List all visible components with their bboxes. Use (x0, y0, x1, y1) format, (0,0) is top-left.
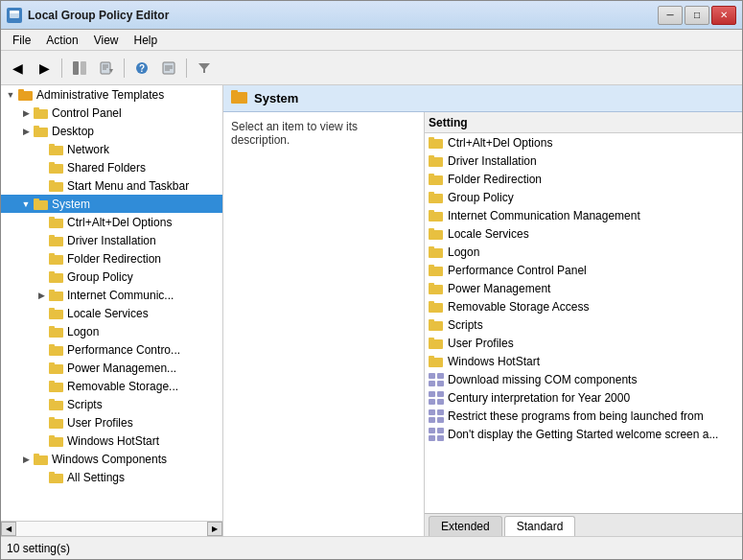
tree-hscrollbar[interactable]: ◀ ▶ (1, 521, 222, 536)
tree-item-logon[interactable]: ▶ Logon (1, 322, 222, 340)
tree-item-start-menu[interactable]: ▶ Start Menu and Taskbar (1, 176, 222, 195)
tree-item-scripts[interactable]: ▶ Scripts (1, 395, 222, 413)
tree-item-internet-comm[interactable]: ▶ Internet Communic... (1, 286, 222, 304)
show-console-button[interactable] (67, 56, 92, 81)
status-bar: 10 setting(s) (1, 536, 742, 559)
tree-item-group-policy[interactable]: ▶ Group Policy (1, 268, 222, 286)
settings-item-century-2000[interactable]: Century interpretation for Year 2000 (425, 388, 742, 407)
main-window: Local Group Policy Editor ─ □ ✕ FileActi… (0, 0, 743, 560)
settings-item-dont-display[interactable]: Don't display the Getting Started welcom… (425, 425, 742, 443)
svg-rect-24 (49, 164, 63, 174)
tree-item-system[interactable]: ▼ System (1, 195, 222, 213)
filter-button[interactable] (192, 56, 217, 81)
settings-label-folder-redirection: Folder Redirection (448, 173, 542, 186)
tree-panel: ▼ Administrative Templates ▶ Control Pan… (1, 85, 223, 536)
svg-rect-57 (34, 454, 39, 456)
tree-item-removable-storage[interactable]: ▶ Removable Storage... (1, 377, 222, 395)
tree-item-perf-control[interactable]: ▶ Performance Contro... (1, 340, 222, 359)
settings-label-user-profiles: User Profiles (448, 337, 514, 350)
svg-rect-98 (429, 417, 435, 423)
settings-item-removable-storage[interactable]: Removable Storage Access (425, 297, 742, 315)
menu-item-file[interactable]: File (5, 32, 38, 49)
help-button[interactable]: ? (129, 56, 154, 81)
svg-rect-59 (49, 472, 55, 475)
svg-rect-61 (231, 90, 238, 94)
svg-rect-47 (49, 362, 55, 365)
tree-item-shared-folders[interactable]: ▶ Shared Folders (1, 158, 222, 176)
svg-rect-40 (49, 310, 63, 319)
settings-item-logon[interactable]: Logon (425, 243, 742, 261)
expander-internet-comm: ▶ (34, 288, 49, 303)
hscroll-left[interactable]: ◀ (1, 522, 16, 536)
settings-item-internet-comm[interactable]: Internet Communication Management (425, 206, 742, 224)
svg-rect-55 (49, 435, 55, 438)
close-button[interactable]: ✕ (711, 6, 736, 25)
tree-item-admin-templates[interactable]: ▼ Administrative Templates (1, 85, 222, 104)
settings-list[interactable]: Ctrl+Alt+Del Options Driver Installation (425, 133, 742, 513)
minimize-button[interactable]: ─ (658, 6, 683, 25)
tree-item-folder-redirect[interactable]: ▶ Folder Redirection (1, 249, 222, 268)
menu-item-help[interactable]: Help (127, 32, 166, 49)
settings-item-group-policy[interactable]: Group Policy (425, 188, 742, 206)
settings-item-download-com[interactable]: Download missing COM components (425, 370, 742, 388)
settings-item-driver-installation[interactable]: Driver Installation (425, 152, 742, 170)
hscroll-right[interactable]: ▶ (207, 522, 222, 536)
svg-rect-18 (34, 109, 48, 119)
menu-item-view[interactable]: View (86, 32, 127, 49)
settings-item-power-management[interactable]: Power Management (425, 279, 742, 297)
settings-list-header: Setting (425, 112, 742, 133)
tree-item-windows-hotstart[interactable]: ▶ Windows HotStart (1, 432, 222, 450)
tree-item-control-panel[interactable]: ▶ Control Panel (1, 104, 222, 122)
settings-label-century-2000: Century interpretation for Year 2000 (448, 391, 630, 405)
tree-item-all-settings[interactable]: ▶ All Settings (1, 468, 222, 486)
svg-rect-69 (429, 192, 434, 195)
settings-panel: Setting Ctrl+Alt+Del Options (425, 112, 742, 536)
hscroll-track[interactable] (16, 522, 207, 536)
settings-item-scripts[interactable]: Scripts (425, 315, 742, 334)
svg-rect-86 (429, 358, 443, 367)
export-list-button[interactable] (94, 56, 119, 81)
svg-rect-74 (429, 248, 443, 258)
svg-rect-31 (49, 217, 55, 220)
tree-item-windows-components[interactable]: ▶ Windows Components (1, 450, 222, 468)
back-button[interactable]: ◀ (5, 56, 30, 81)
main-content: ▼ Administrative Templates ▶ Control Pan… (1, 85, 742, 536)
tab-bar: Extended Standard (425, 513, 742, 536)
settings-item-restrict-programs[interactable]: Restrict these programs from being launc… (425, 407, 742, 425)
tree-item-locale-services[interactable]: ▶ Locale Services (1, 304, 222, 322)
settings-item-folder-redirection[interactable]: Folder Redirection (425, 170, 742, 188)
expander-desktop: ▶ (18, 124, 34, 139)
svg-rect-66 (429, 175, 443, 185)
settings-label-internet-comm: Internet Communication Management (448, 209, 640, 222)
svg-rect-53 (49, 417, 55, 420)
tree-item-network[interactable]: ▶ Network (1, 140, 222, 158)
svg-rect-16 (18, 91, 33, 101)
tab-extended[interactable]: Extended (429, 516, 502, 536)
properties-button[interactable] (156, 56, 181, 81)
svg-rect-52 (49, 419, 63, 429)
settings-item-ctrl-alt-del[interactable]: Ctrl+Alt+Del Options (425, 133, 742, 152)
maximize-button[interactable]: □ (685, 6, 709, 25)
tree-item-desktop[interactable]: ▶ Desktop (1, 122, 222, 140)
settings-column-header: Setting (429, 116, 468, 129)
tree-item-power-mgmt[interactable]: ▶ Power Managemen... (1, 359, 222, 377)
tree-item-driver-install[interactable]: ▶ Driver Installation (1, 231, 222, 249)
svg-rect-26 (49, 182, 63, 192)
menu-item-action[interactable]: Action (38, 32, 85, 49)
settings-item-perf-control-panel[interactable]: Performance Control Panel (425, 261, 742, 279)
tree-label-perf-control: Performance Contro... (67, 343, 219, 357)
forward-button[interactable]: ▶ (32, 56, 57, 81)
tree-label-shared-folders: Shared Folders (67, 161, 219, 175)
svg-rect-20 (34, 128, 48, 137)
settings-item-locale-services[interactable]: Locale Services (425, 224, 742, 243)
settings-item-windows-hotstart[interactable]: Windows HotStart (425, 352, 742, 370)
tree-item-ctrl-alt-del[interactable]: ▶ Ctrl+Alt+Del Options (1, 213, 222, 231)
tab-standard[interactable]: Standard (504, 516, 576, 536)
tree-content[interactable]: ▼ Administrative Templates ▶ Control Pan… (1, 85, 222, 521)
tree-label-locale-services: Locale Services (67, 307, 219, 320)
svg-rect-99 (437, 417, 444, 423)
tree-item-user-profiles[interactable]: ▶ User Profiles (1, 413, 222, 432)
svg-rect-80 (429, 303, 443, 313)
settings-item-user-profiles[interactable]: User Profiles (425, 334, 742, 352)
svg-rect-29 (34, 198, 39, 201)
